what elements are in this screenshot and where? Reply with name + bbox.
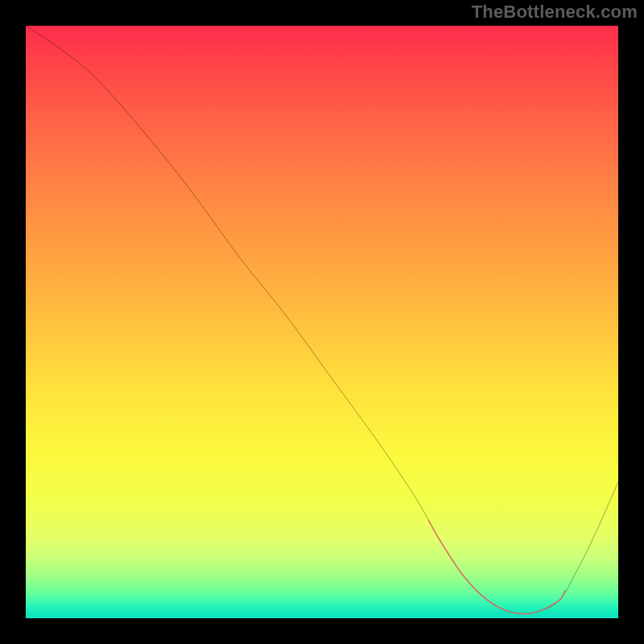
curve-svg [26,26,618,618]
chart-container: TheBottleneck.com [0,0,644,644]
watermark-text: TheBottleneck.com [472,2,638,23]
plot-area [26,26,618,618]
bottleneck-curve-line [26,26,618,613]
bottleneck-curve-highlight [428,521,564,614]
